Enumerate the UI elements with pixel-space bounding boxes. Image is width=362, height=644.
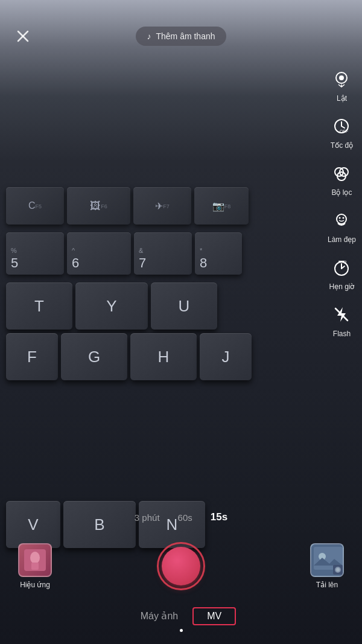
- filter-icon: [329, 161, 354, 186]
- upload-label: Tải lên: [316, 581, 338, 589]
- key-f6: 🖼 F6: [67, 187, 130, 225]
- beauty-icon: [329, 208, 354, 233]
- top-bar: ♪ Thêm âm thanh: [0, 0, 362, 54]
- bottom-bar: Hiệu ứng Tải lên: [0, 529, 362, 644]
- mode-mv[interactable]: MV: [192, 606, 236, 626]
- key-8: * 8: [195, 232, 242, 275]
- duration-60s[interactable]: 60s: [178, 512, 192, 523]
- add-audio-label: Thêm âm thanh: [156, 31, 215, 41]
- close-button[interactable]: [12, 25, 34, 47]
- mode-camera[interactable]: Máy ảnh: [126, 605, 192, 626]
- key-j: J: [200, 333, 252, 380]
- effects-preview-icon: [23, 548, 47, 572]
- flash-label: Flash: [333, 330, 351, 338]
- key-6: ^ 6: [67, 232, 131, 275]
- svg-point-11: [339, 217, 341, 219]
- key-u: U: [151, 282, 217, 330]
- key-airplane-f7: ✈ F7: [133, 187, 191, 225]
- beauty-control[interactable]: Làm đẹp: [328, 208, 356, 244]
- beauty-label: Làm đẹp: [328, 235, 356, 244]
- upload-thumbnail: [310, 543, 344, 577]
- timer-label: Hẹn giờ: [329, 282, 354, 291]
- key-c-f5: C F5: [6, 187, 64, 225]
- speed-icon: OFF: [329, 113, 354, 139]
- svg-text:3: 3: [344, 260, 347, 265]
- speed-control[interactable]: OFF Tốc độ: [329, 113, 354, 150]
- key-h: H: [130, 333, 197, 380]
- record-ring: [157, 542, 205, 590]
- capture-row: Hiệu ứng Tải lên: [0, 542, 362, 590]
- key-camera-f8: 📷 F8: [194, 187, 249, 225]
- effects-thumbnail: [18, 543, 52, 577]
- add-audio-button[interactable]: ♪ Thêm âm thanh: [136, 27, 226, 46]
- svg-point-22: [30, 552, 40, 564]
- mode-selector: Máy ảnh MV: [126, 605, 236, 626]
- mv-highlight-box: [192, 607, 236, 625]
- svg-point-10: [337, 214, 346, 224]
- flip-label: Lật: [337, 94, 347, 103]
- svg-point-3: [339, 75, 344, 80]
- flip-control[interactable]: Lật: [329, 66, 354, 103]
- svg-text:OFF: OFF: [340, 129, 348, 133]
- duration-3min[interactable]: 3 phút: [135, 512, 160, 523]
- key-t: T: [6, 282, 72, 330]
- timer-icon: 3: [329, 255, 354, 280]
- svg-point-29: [336, 568, 340, 572]
- flash-icon: [329, 302, 354, 327]
- filter-label: Bộ lọc: [331, 188, 352, 197]
- close-icon: [16, 30, 30, 43]
- keyboard-num-row: % 5 ^ 6 & 7 * 8: [0, 232, 248, 275]
- keyboard-letter-row-2: F G H J: [0, 333, 258, 380]
- record-button[interactable]: [157, 542, 205, 590]
- speed-label: Tốc độ: [331, 141, 353, 150]
- music-icon: ♪: [147, 31, 151, 41]
- right-controls: Lật OFF Tốc độ Bộ lọc: [328, 66, 356, 338]
- key-f: F: [6, 333, 58, 380]
- keyboard-letter-row-1: T Y U: [0, 282, 223, 330]
- mode-camera-label: Máy ảnh: [141, 611, 178, 621]
- effects-button[interactable]: Hiệu ứng: [18, 543, 52, 589]
- mode-dot-indicator: [180, 629, 183, 632]
- flip-icon: [329, 66, 354, 92]
- upload-preview-icon: [311, 544, 344, 577]
- timer-control[interactable]: 3 Hẹn giờ: [329, 255, 354, 291]
- key-y: Y: [75, 282, 148, 330]
- duration-15s[interactable]: 15s: [211, 511, 227, 523]
- keyboard-fn-row: C F5 🖼 F6 ✈ F7 📷 F8: [0, 187, 255, 225]
- filter-control[interactable]: Bộ lọc: [329, 161, 354, 197]
- effects-label: Hiệu ứng: [20, 581, 50, 589]
- key-5: % 5: [6, 232, 64, 275]
- flash-control[interactable]: Flash: [329, 302, 354, 338]
- svg-rect-23: [31, 563, 39, 570]
- svg-point-12: [343, 217, 345, 219]
- upload-button[interactable]: Tải lên: [310, 543, 344, 589]
- key-g: G: [61, 333, 127, 380]
- duration-selector: 3 phút 60s 15s: [0, 511, 362, 523]
- key-7: & 7: [134, 232, 192, 275]
